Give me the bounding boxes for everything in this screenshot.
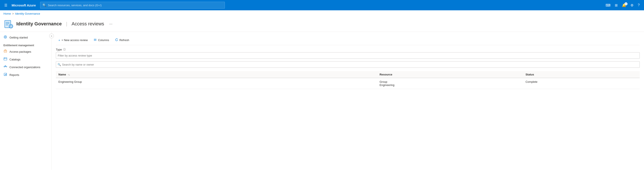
refresh-label: Refresh: [120, 39, 129, 42]
column-header-resource: Resource: [377, 71, 523, 78]
svg-rect-13: [4, 58, 7, 60]
connected-organizations-icon: [4, 65, 7, 69]
svg-marker-28: [117, 39, 118, 39]
breadcrumb: Home > Identity Governance: [0, 10, 644, 17]
cell-name: Engineering Group: [56, 78, 377, 89]
cell-status: Complete: [523, 78, 640, 89]
sort-icon[interactable]: ↑↓: [68, 73, 70, 76]
sidebar-item-getting-started[interactable]: Getting started: [0, 34, 51, 41]
svg-point-16: [4, 66, 5, 67]
new-access-review-button[interactable]: + + New access review: [56, 37, 90, 43]
svg-point-18: [5, 65, 6, 66]
column-header-status: Status: [523, 71, 640, 78]
nav-action-icons: ⌨ ⊞ 🔔 1 ⚙ ?: [604, 2, 642, 9]
global-search-input[interactable]: [48, 4, 222, 7]
hamburger-icon: ☰: [4, 4, 7, 7]
sidebar-item-label: Getting started: [10, 36, 28, 39]
table-row[interactable]: Engineering Group Group Engineering Comp…: [56, 78, 640, 89]
settings-button[interactable]: ⚙: [629, 2, 635, 9]
filter-area: Type ⓘ: [56, 48, 640, 59]
access-reviews-table: Name ↑↓ Resource Status Engineering Grou…: [56, 71, 640, 89]
azure-logo: Microsoft Azure: [12, 4, 36, 7]
terminal-button[interactable]: ⌨: [604, 2, 612, 9]
columns-label: Columns: [98, 39, 109, 42]
notifications-button[interactable]: 🔔 1: [620, 2, 628, 9]
plus-icon: +: [58, 39, 60, 42]
help-icon: ?: [638, 3, 640, 7]
type-filter-input[interactable]: [56, 52, 640, 59]
search-icon: 🔍: [58, 63, 61, 66]
column-header-name: Name ↑↓: [56, 71, 377, 78]
sidebar-item-connected-organizations[interactable]: Connected organizations: [0, 63, 51, 71]
sidebar-item-label: Reports: [10, 73, 19, 77]
getting-started-icon: [4, 35, 7, 40]
search-icon: 🔍: [42, 4, 46, 7]
refresh-button[interactable]: Refresh: [112, 37, 132, 43]
sidebar-item-label: Connected organizations: [10, 66, 40, 69]
refresh-icon: [115, 38, 118, 42]
reports-icon: [4, 73, 7, 77]
global-search-bar[interactable]: 🔍: [40, 2, 225, 9]
search-wrapper: 🔍: [56, 61, 640, 68]
more-options-button[interactable]: ···: [108, 21, 114, 27]
sidebar: « Getting started Entitlement management…: [0, 32, 52, 170]
main-layout: « Getting started Entitlement management…: [0, 32, 644, 170]
notification-badge: 1: [624, 2, 628, 5]
columns-icon: [94, 38, 97, 42]
columns-button[interactable]: Columns: [91, 37, 112, 43]
breadcrumb-separator: >: [12, 12, 14, 15]
page-header: Identity Governance | Access reviews ···: [0, 17, 644, 32]
collapse-icon: «: [51, 35, 52, 37]
main-content: + + New access review Columns Refresh Ty…: [52, 32, 644, 170]
page-title-divider: |: [66, 21, 68, 27]
top-navigation: ☰ Microsoft Azure 🔍 ⌨ ⊞ 🔔 1 ⚙ ?: [0, 0, 644, 10]
type-info-icon: ⓘ: [63, 48, 66, 51]
governance-icon: [4, 19, 13, 29]
sidebar-item-catalogs[interactable]: Catalogs: [0, 56, 51, 63]
terminal-icon: ⌨: [606, 4, 610, 7]
svg-point-17: [6, 66, 7, 67]
resource-line1: Group: [380, 80, 520, 83]
page-subtitle: Access reviews: [72, 21, 104, 27]
sidebar-item-label: Access packages: [10, 50, 31, 53]
breadcrumb-identity-governance[interactable]: Identity Governance: [15, 12, 40, 15]
new-access-review-label: + New access review: [62, 39, 88, 42]
cell-resource: Group Engineering: [377, 78, 523, 89]
sidebar-item-access-packages[interactable]: Access packages: [0, 48, 51, 56]
breadcrumb-home[interactable]: Home: [4, 12, 11, 15]
page-title: Identity Governance: [16, 21, 62, 27]
search-input[interactable]: [56, 61, 640, 68]
table-header-row: Name ↑↓ Resource Status: [56, 71, 640, 78]
portal-button[interactable]: ⊞: [613, 2, 619, 9]
entitlement-management-label: Entitlement management: [0, 41, 51, 48]
portal-icon: ⊞: [615, 4, 618, 7]
sidebar-collapse-button[interactable]: «: [49, 34, 54, 38]
resource-line2: Engineering: [380, 83, 520, 87]
settings-icon: ⚙: [630, 4, 634, 7]
help-button[interactable]: ?: [636, 2, 642, 8]
catalogs-icon: [4, 57, 7, 62]
access-packages-icon: [4, 50, 7, 54]
sidebar-item-reports[interactable]: Reports: [0, 71, 51, 79]
hamburger-menu-button[interactable]: ☰: [2, 2, 9, 9]
page-icon: [4, 19, 14, 29]
type-filter-label: Type ⓘ: [56, 48, 640, 51]
toolbar: + + New access review Columns Refresh: [56, 35, 640, 45]
sidebar-item-label: Catalogs: [10, 58, 20, 61]
